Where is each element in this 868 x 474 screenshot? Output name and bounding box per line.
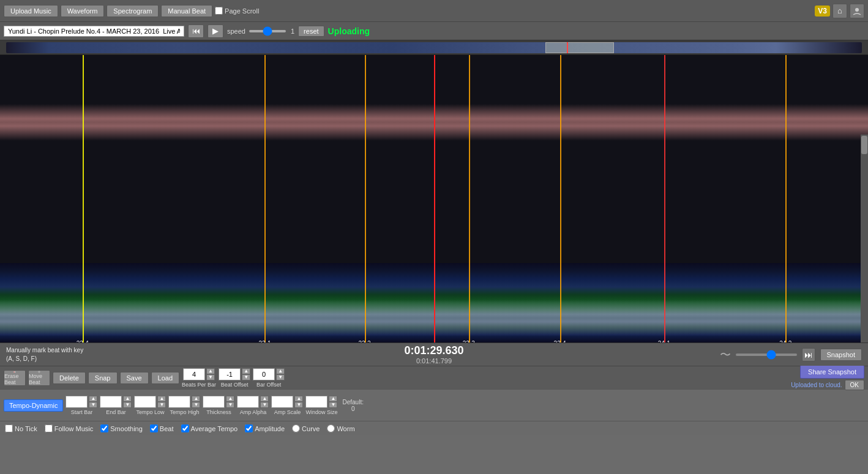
amp-scale-down[interactable]: ▼ bbox=[294, 402, 303, 408]
waveform-button[interactable]: Waveform bbox=[61, 5, 105, 17]
beat-offset-up[interactable]: ▲ bbox=[242, 368, 250, 374]
amp-scale-input[interactable] bbox=[271, 396, 293, 408]
start-bar-input[interactable] bbox=[65, 396, 88, 408]
bottom-bar: No Tick Follow Music Smoothing Beat Aver… bbox=[0, 421, 868, 435]
amp-scale-field: ▲ ▼ bbox=[271, 396, 303, 408]
bar-offset-down[interactable]: ▼ bbox=[276, 374, 285, 380]
song-name-input[interactable] bbox=[4, 26, 184, 37]
tempo-high-input[interactable] bbox=[168, 396, 190, 408]
smoothing-item[interactable]: Smoothing bbox=[100, 424, 143, 432]
start-bar-label: Start Bar bbox=[71, 409, 93, 415]
time-main: 0:01:29.630 bbox=[404, 344, 463, 357]
home-button[interactable]: ⌂ bbox=[832, 4, 847, 18]
no-tick-checkbox[interactable] bbox=[5, 424, 13, 432]
save-button[interactable]: Save bbox=[120, 372, 149, 384]
tempo-high-group: ▲ ▼ Tempo High bbox=[168, 396, 200, 415]
beats-per-bar-up[interactable]: ▲ bbox=[206, 368, 215, 374]
rewind-button[interactable]: ⏮ bbox=[188, 24, 204, 38]
bar-offset-group: ▲ ▼ Bar Offset bbox=[253, 368, 285, 388]
follow-music-item[interactable]: Follow Music bbox=[45, 424, 94, 432]
ok-button[interactable]: OK bbox=[845, 380, 864, 390]
tempo-high-up[interactable]: ▲ bbox=[192, 396, 200, 402]
start-bar-up[interactable]: ▲ bbox=[89, 396, 97, 402]
default-val: 0 bbox=[351, 405, 355, 412]
start-bar-field: ▲ ▼ bbox=[65, 396, 97, 408]
window-size-input[interactable] bbox=[305, 396, 327, 408]
load-button[interactable]: Load bbox=[151, 372, 179, 384]
thickness-input[interactable] bbox=[203, 396, 225, 408]
average-tempo-checkbox[interactable] bbox=[181, 424, 189, 432]
beat-item[interactable]: Beat bbox=[150, 424, 174, 432]
tempo-low-down[interactable]: ▼ bbox=[157, 402, 166, 408]
beats-per-bar-down[interactable]: ▼ bbox=[206, 374, 215, 380]
beat-offset-input[interactable] bbox=[219, 368, 241, 380]
window-size-up[interactable]: ▲ bbox=[329, 396, 337, 402]
start-bar-down[interactable]: ▼ bbox=[89, 402, 97, 408]
smoothing-label: Smoothing bbox=[110, 425, 143, 432]
no-tick-item[interactable]: No Tick bbox=[5, 424, 37, 432]
volume-slider[interactable] bbox=[736, 354, 797, 356]
erase-beat-button[interactable]: Erase Beat bbox=[4, 370, 26, 386]
thickness-group: ▲ ▼ Thickness bbox=[203, 396, 234, 415]
curve-item[interactable]: Curve bbox=[292, 424, 320, 432]
amp-alpha-up[interactable]: ▲ bbox=[260, 396, 269, 402]
beat-checkbox[interactable] bbox=[150, 424, 158, 432]
amplitude-item[interactable]: Amplitude bbox=[245, 424, 285, 432]
amp-scale-up[interactable]: ▲ bbox=[294, 396, 303, 402]
worm-label: Worm bbox=[337, 425, 354, 432]
window-size-down[interactable]: ▼ bbox=[329, 402, 337, 408]
spectrogram-button[interactable]: Spectrogram bbox=[107, 5, 159, 17]
amplitude-checkbox[interactable] bbox=[245, 424, 253, 432]
svg-marker-6 bbox=[40, 371, 40, 372]
end-bar-up[interactable]: ▲ bbox=[123, 396, 132, 402]
speed-label: speed bbox=[227, 28, 245, 35]
curve-radio[interactable] bbox=[292, 424, 300, 432]
upload-music-button[interactable]: Upload Music bbox=[4, 5, 58, 17]
average-tempo-item[interactable]: Average Tempo bbox=[181, 424, 238, 432]
reset-button[interactable]: reset bbox=[298, 26, 324, 37]
snapshot-button[interactable]: Snapshot bbox=[820, 349, 862, 361]
worm-item[interactable]: Worm bbox=[327, 424, 354, 432]
play-button[interactable]: ▶ bbox=[208, 24, 223, 38]
move-beat-button[interactable]: Move Beat bbox=[28, 370, 50, 386]
minimap[interactable] bbox=[6, 42, 862, 53]
waveform-main[interactable]: 22-4 34.6 86.4 23-1 67.5 88.2 23-2 66.1 … bbox=[0, 55, 868, 343]
smoothing-checkbox[interactable] bbox=[100, 424, 108, 432]
delete-button[interactable]: Delete bbox=[53, 372, 86, 384]
worm-radio[interactable] bbox=[327, 424, 335, 432]
bar-offset-input[interactable] bbox=[253, 368, 275, 380]
waveform-scrollbar[interactable] bbox=[861, 135, 868, 343]
amp-alpha-label: Amp Alpha bbox=[240, 409, 267, 415]
no-tick-label: No Tick bbox=[15, 425, 37, 432]
follow-music-checkbox[interactable] bbox=[45, 424, 53, 432]
beat-offset-label: Beat Offset bbox=[221, 382, 249, 388]
tempo-low-up[interactable]: ▲ bbox=[157, 396, 166, 402]
beat-offset-arrows: ▲ ▼ bbox=[242, 368, 250, 380]
share-snapshot-button[interactable]: Share Snapshot bbox=[800, 365, 864, 379]
end-bar-input[interactable] bbox=[100, 396, 122, 408]
beat-offset-down[interactable]: ▼ bbox=[242, 374, 250, 380]
tempo-high-down[interactable]: ▼ bbox=[192, 402, 200, 408]
thickness-down[interactable]: ▼ bbox=[226, 402, 234, 408]
amp-alpha-input[interactable] bbox=[237, 396, 259, 408]
beats-per-bar-input[interactable] bbox=[183, 368, 205, 380]
end-bar-down[interactable]: ▼ bbox=[123, 402, 132, 408]
skip-end-button[interactable]: ⏭ bbox=[802, 348, 815, 361]
amp-alpha-down[interactable]: ▼ bbox=[260, 402, 269, 408]
user-button[interactable] bbox=[850, 4, 864, 18]
manual-beat-button[interactable]: Manual Beat bbox=[161, 5, 212, 17]
beat-marker-23-4 bbox=[560, 55, 561, 343]
bar-offset-up[interactable]: ▲ bbox=[276, 368, 285, 374]
snap-button[interactable]: Snap bbox=[88, 372, 118, 384]
tempo-dynamic-button[interactable]: Tempo-Dynamic bbox=[4, 399, 63, 412]
minimap-highlight bbox=[545, 42, 614, 53]
scrollbar-thumb[interactable] bbox=[861, 136, 867, 154]
time-sub: 0:01:41.799 bbox=[404, 357, 463, 365]
thickness-up[interactable]: ▲ bbox=[226, 396, 234, 402]
window-size-field: ▲ ▼ bbox=[305, 396, 337, 408]
page-scroll-checkbox[interactable] bbox=[215, 7, 223, 15]
tempo-low-input[interactable] bbox=[134, 396, 156, 408]
speed-slider[interactable] bbox=[249, 30, 286, 32]
user-icon bbox=[853, 7, 861, 15]
curve-label: Curve bbox=[302, 425, 320, 432]
